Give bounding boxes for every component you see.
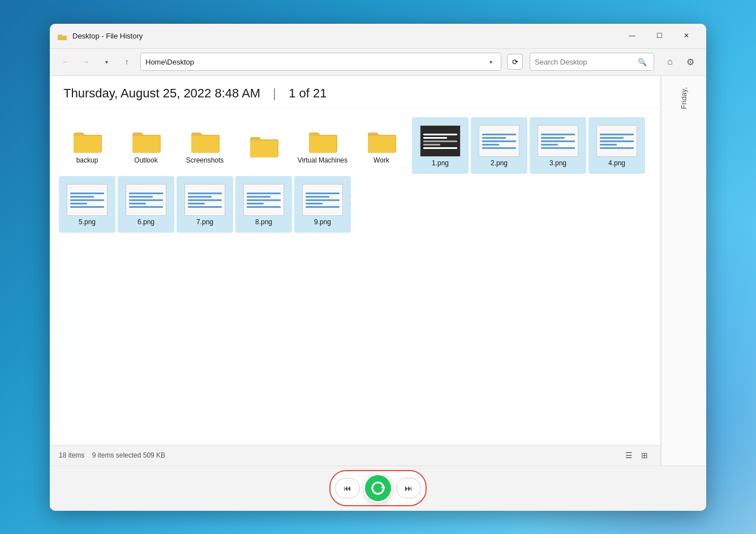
list-item[interactable]: 4.png — [589, 117, 645, 174]
file-name: Outlook — [134, 156, 157, 164]
list-item[interactable]: 7.png — [177, 176, 233, 233]
prev-icon: ⏮ — [343, 484, 351, 493]
search-icon: 🔍 — [638, 58, 647, 66]
grid-view-icon: ⊞ — [641, 451, 648, 460]
back-icon: ← — [62, 57, 70, 66]
list-item[interactable]: Work — [353, 117, 410, 174]
file-name: 5.png — [79, 218, 96, 226]
previous-version-button[interactable]: ⏮ — [335, 478, 360, 498]
list-item[interactable] — [235, 117, 292, 174]
svg-marker-3 — [381, 485, 385, 488]
position-text: 1 of 21 — [289, 86, 327, 100]
file-thumbnail — [479, 125, 519, 157]
view-buttons: ☰ ⊞ — [622, 448, 651, 462]
window-title: Desktop - File History — [72, 32, 619, 40]
settings-button[interactable]: ⚙ — [681, 53, 699, 71]
file-thumbnail — [126, 184, 166, 216]
window-icon — [57, 30, 68, 41]
file-name: 7.png — [196, 218, 213, 226]
list-view-icon: ☰ — [625, 451, 633, 460]
file-thumbnail — [596, 125, 637, 157]
file-thumbnail — [420, 125, 461, 157]
up-button[interactable]: ↑ — [118, 53, 136, 71]
back-button[interactable]: ← — [57, 53, 75, 71]
file-name: 6.png — [138, 218, 154, 226]
minimize-button[interactable]: — — [619, 27, 645, 45]
list-item[interactable]: 8.png — [235, 176, 292, 233]
list-view-button[interactable]: ☰ — [622, 448, 635, 462]
home-button[interactable]: ⌂ — [661, 53, 679, 71]
next-version-button[interactable]: ⏭ — [396, 478, 421, 498]
bottom-controls: ⏮ ⏭ — [50, 465, 706, 511]
refresh-icon: ⟳ — [512, 58, 518, 66]
file-thumbnail — [538, 125, 578, 157]
file-thumbnail — [184, 184, 225, 216]
right-panel: Friday, — [661, 76, 706, 465]
file-thumbnail — [302, 184, 343, 216]
folder-icon — [71, 128, 103, 154]
file-name: 8.png — [255, 218, 272, 226]
list-item[interactable]: Virtual Machines — [294, 117, 351, 174]
gear-icon: ⚙ — [686, 57, 694, 67]
forward-icon: → — [82, 57, 90, 66]
folder-icon — [307, 128, 338, 154]
close-button[interactable]: ✕ — [673, 27, 699, 45]
home-icon: ⌂ — [667, 57, 673, 67]
nav-right-buttons: ⌂ ⚙ — [661, 53, 699, 71]
search-button[interactable]: 🔍 — [635, 55, 649, 69]
address-input[interactable] — [145, 58, 485, 66]
file-grid-area: backup Outlook — [50, 108, 660, 445]
file-thumbnail — [67, 184, 108, 216]
file-name: 1.png — [432, 159, 449, 167]
restore-button[interactable] — [363, 473, 393, 503]
playback-bar: ⏮ ⏭ — [329, 470, 427, 506]
nav-bar: ← → ▾ ↑ ▾ ⟳ 🔍 ⌂ ⚙ — [50, 49, 706, 76]
main-content: Thursday, August 25, 2022 8:48 AM | 1 of… — [50, 76, 706, 465]
items-count: 18 items 9 items selected 509 KB — [59, 451, 622, 459]
file-name: 3.png — [549, 159, 566, 167]
file-name: Screenshots — [186, 156, 224, 164]
list-item[interactable]: 6.png — [118, 176, 174, 233]
folder-icon — [366, 128, 397, 154]
file-name: 2.png — [491, 159, 508, 167]
main-window: Desktop - File History — ☐ ✕ ← → ▾ ↑ ▾ ⟳ — [50, 24, 706, 511]
recent-locations-button[interactable]: ▾ — [97, 53, 115, 71]
address-bar[interactable]: ▾ — [140, 53, 501, 71]
file-grid: backup Outlook — [59, 117, 651, 233]
next-date-label: Friday, — [680, 87, 688, 109]
file-name: Work — [373, 156, 389, 164]
folder-icon — [248, 133, 280, 159]
file-name: 4.png — [608, 159, 625, 167]
forward-button[interactable]: → — [77, 53, 95, 71]
file-thumbnail — [243, 184, 284, 216]
file-name: Virtual Machines — [298, 156, 348, 164]
date-header: Thursday, August 25, 2022 8:48 AM | 1 of… — [50, 76, 660, 108]
file-name: backup — [76, 156, 98, 164]
list-item[interactable]: 2.png — [471, 117, 527, 174]
list-item[interactable]: backup — [59, 117, 115, 174]
folder-icon — [189, 128, 221, 154]
list-item[interactable]: 1.png — [412, 117, 469, 174]
up-icon: ↑ — [125, 57, 129, 66]
folder-icon — [130, 128, 162, 154]
list-item[interactable]: Screenshots — [177, 117, 233, 174]
list-item[interactable]: 9.png — [294, 176, 351, 233]
search-input[interactable] — [535, 58, 635, 66]
list-item[interactable]: 3.png — [530, 117, 586, 174]
address-dropdown-icon[interactable]: ▾ — [485, 59, 496, 65]
next-icon: ⏭ — [405, 484, 413, 493]
refresh-button[interactable]: ⟳ — [507, 54, 523, 70]
list-item[interactable]: Outlook — [118, 117, 174, 174]
date-separator: | — [273, 86, 276, 100]
status-bar: 18 items 9 items selected 509 KB ☰ ⊞ — [50, 445, 660, 465]
file-name: 9.png — [314, 218, 331, 226]
maximize-button[interactable]: ☐ — [646, 27, 672, 45]
title-bar: Desktop - File History — ☐ ✕ — [50, 24, 706, 49]
search-bar[interactable]: 🔍 — [530, 53, 654, 71]
restore-icon — [371, 481, 385, 495]
grid-view-button[interactable]: ⊞ — [638, 448, 651, 462]
file-pane: Thursday, August 25, 2022 8:48 AM | 1 of… — [50, 76, 661, 465]
recent-icon: ▾ — [105, 59, 108, 65]
window-controls: — ☐ ✕ — [619, 27, 699, 45]
list-item[interactable]: 5.png — [59, 176, 115, 233]
